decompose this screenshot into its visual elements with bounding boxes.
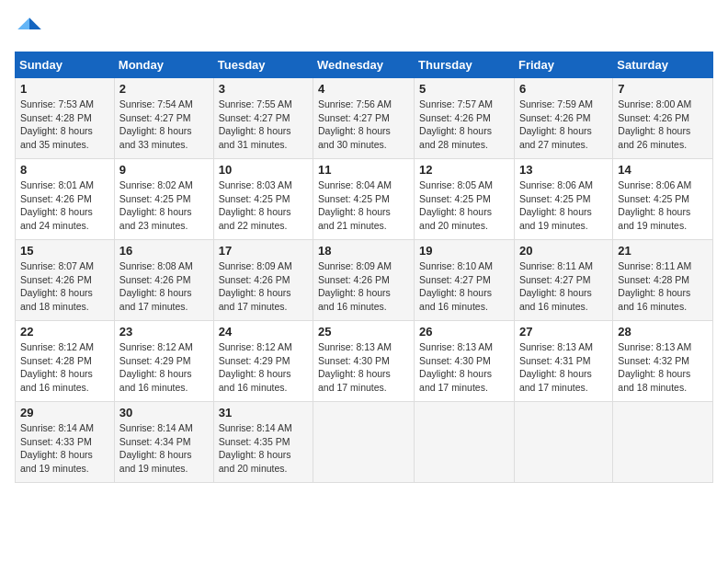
day-info: Sunrise: 8:00 AM Sunset: 4:26 PM Dayligh… [618,98,708,152]
header-sunday: Sunday [16,52,115,78]
sunrise-label: Sunrise: 8:12 AM [219,341,292,352]
sunset-label: Sunset: 4:31 PM [519,355,591,366]
sunset-label: Sunset: 4:26 PM [20,274,92,285]
sunset-label: Sunset: 4:33 PM [20,436,92,447]
sunset-label: Sunset: 4:26 PM [20,193,92,204]
sunrise-label: Sunrise: 8:14 AM [119,422,193,433]
day-info: Sunrise: 8:07 AM Sunset: 4:26 PM Dayligh… [20,259,109,314]
calendar-cell: 2 Sunrise: 7:54 AM Sunset: 4:27 PM Dayli… [114,78,213,159]
sunrise-label: Sunrise: 8:13 AM [618,341,691,352]
daylight-label: Daylight: 8 hours and 18 minutes. [20,287,93,312]
day-number: 17 [219,244,308,258]
calendar-cell [415,402,515,483]
sunrise-label: Sunrise: 8:10 AM [419,260,493,271]
day-number: 15 [20,244,109,258]
sunrise-label: Sunrise: 8:11 AM [519,260,593,271]
calendar-cell: 4 Sunrise: 7:56 AM Sunset: 4:27 PM Dayli… [313,78,415,159]
sunset-label: Sunset: 4:27 PM [318,112,390,123]
day-number: 22 [20,325,109,339]
day-info: Sunrise: 8:06 AM Sunset: 4:25 PM Dayligh… [519,178,608,233]
daylight-label: Daylight: 8 hours and 16 minutes. [419,287,492,312]
day-number: 20 [519,244,608,258]
calendar-cell: 16 Sunrise: 8:08 AM Sunset: 4:26 PM Dayl… [114,240,213,321]
sunrise-label: Sunrise: 8:06 AM [519,179,593,190]
calendar-cell [613,402,713,483]
logo [15,15,48,44]
day-info: Sunrise: 8:13 AM Sunset: 4:31 PM Dayligh… [519,340,608,395]
sunset-label: Sunset: 4:27 PM [219,112,290,123]
sunset-label: Sunset: 4:28 PM [618,274,689,285]
day-number: 27 [519,325,608,339]
calendar-cell: 19 Sunrise: 8:10 AM Sunset: 4:27 PM Dayl… [415,240,515,321]
header-wednesday: Wednesday [313,52,415,78]
day-number: 21 [618,244,708,258]
calendar-cell: 30 Sunrise: 8:14 AM Sunset: 4:34 PM Dayl… [114,402,213,483]
calendar-cell: 25 Sunrise: 8:13 AM Sunset: 4:30 PM Dayl… [313,321,415,402]
calendar-cell: 8 Sunrise: 8:01 AM Sunset: 4:26 PM Dayli… [16,159,115,240]
daylight-label: Daylight: 8 hours and 21 minutes. [318,206,391,231]
day-number: 11 [318,163,409,177]
day-number: 18 [318,244,409,258]
day-info: Sunrise: 8:02 AM Sunset: 4:25 PM Dayligh… [119,178,209,233]
sunrise-label: Sunrise: 8:14 AM [219,422,292,433]
daylight-label: Daylight: 8 hours and 18 minutes. [618,368,690,393]
sunset-label: Sunset: 4:30 PM [419,355,491,366]
day-info: Sunrise: 8:14 AM Sunset: 4:35 PM Dayligh… [219,421,308,476]
day-number: 3 [219,82,308,96]
sunrise-label: Sunrise: 8:13 AM [419,341,493,352]
day-info: Sunrise: 8:12 AM Sunset: 4:29 PM Dayligh… [219,340,308,395]
daylight-label: Daylight: 8 hours and 27 minutes. [519,125,592,150]
sunset-label: Sunset: 4:25 PM [219,193,290,204]
sunset-label: Sunset: 4:25 PM [519,193,591,204]
sunrise-label: Sunrise: 8:03 AM [219,179,292,190]
sunset-label: Sunset: 4:26 PM [318,274,390,285]
calendar-cell: 14 Sunrise: 8:06 AM Sunset: 4:25 PM Dayl… [613,159,713,240]
calendar-cell: 27 Sunrise: 8:13 AM Sunset: 4:31 PM Dayl… [514,321,612,402]
sunset-label: Sunset: 4:28 PM [20,112,92,123]
calendar-cell: 5 Sunrise: 7:57 AM Sunset: 4:26 PM Dayli… [415,78,515,159]
daylight-label: Daylight: 8 hours and 16 minutes. [519,287,592,312]
day-info: Sunrise: 7:57 AM Sunset: 4:26 PM Dayligh… [419,98,509,152]
day-info: Sunrise: 8:05 AM Sunset: 4:25 PM Dayligh… [419,178,509,233]
day-info: Sunrise: 8:12 AM Sunset: 4:29 PM Dayligh… [119,340,209,395]
daylight-label: Daylight: 8 hours and 19 minutes. [119,449,192,474]
day-info: Sunrise: 8:13 AM Sunset: 4:32 PM Dayligh… [618,340,708,395]
sunrise-label: Sunrise: 8:13 AM [519,341,593,352]
day-number: 28 [618,325,708,339]
header-monday: Monday [114,52,213,78]
day-info: Sunrise: 8:13 AM Sunset: 4:30 PM Dayligh… [318,340,409,395]
calendar-week-2: 8 Sunrise: 8:01 AM Sunset: 4:26 PM Dayli… [16,159,713,240]
sunset-label: Sunset: 4:27 PM [119,112,191,123]
daylight-label: Daylight: 8 hours and 35 minutes. [20,125,93,150]
calendar-cell [313,402,415,483]
calendar-cell: 9 Sunrise: 8:02 AM Sunset: 4:25 PM Dayli… [114,159,213,240]
logo-icon [15,15,44,44]
sunrise-label: Sunrise: 7:57 AM [419,98,493,109]
header-friday: Friday [514,52,612,78]
day-info: Sunrise: 8:01 AM Sunset: 4:26 PM Dayligh… [20,178,109,233]
sunrise-label: Sunrise: 8:01 AM [20,179,94,190]
day-info: Sunrise: 8:06 AM Sunset: 4:25 PM Dayligh… [618,178,708,233]
page-header [15,15,713,44]
calendar-cell: 23 Sunrise: 8:12 AM Sunset: 4:29 PM Dayl… [114,321,213,402]
sunrise-label: Sunrise: 8:12 AM [119,341,193,352]
daylight-label: Daylight: 8 hours and 16 minutes. [618,287,690,312]
calendar-table: SundayMondayTuesdayWednesdayThursdayFrid… [15,52,713,483]
calendar-cell: 13 Sunrise: 8:06 AM Sunset: 4:25 PM Dayl… [514,159,612,240]
calendar-week-4: 22 Sunrise: 8:12 AM Sunset: 4:28 PM Dayl… [16,321,713,402]
calendar-cell: 17 Sunrise: 8:09 AM Sunset: 4:26 PM Dayl… [213,240,313,321]
sunset-label: Sunset: 4:34 PM [119,436,191,447]
sunrise-label: Sunrise: 7:53 AM [20,98,94,109]
day-number: 6 [519,82,608,96]
sunset-label: Sunset: 4:35 PM [219,436,290,447]
sunrise-label: Sunrise: 8:02 AM [119,179,193,190]
calendar-cell: 11 Sunrise: 8:04 AM Sunset: 4:25 PM Dayl… [313,159,415,240]
sunrise-label: Sunrise: 8:13 AM [318,341,392,352]
sunset-label: Sunset: 4:30 PM [318,355,390,366]
sunrise-label: Sunrise: 8:05 AM [419,179,493,190]
calendar-week-5: 29 Sunrise: 8:14 AM Sunset: 4:33 PM Dayl… [16,402,713,483]
day-info: Sunrise: 8:08 AM Sunset: 4:26 PM Dayligh… [119,259,209,314]
calendar-cell: 6 Sunrise: 7:59 AM Sunset: 4:26 PM Dayli… [514,78,612,159]
daylight-label: Daylight: 8 hours and 20 minutes. [419,206,492,231]
day-number: 16 [119,244,209,258]
